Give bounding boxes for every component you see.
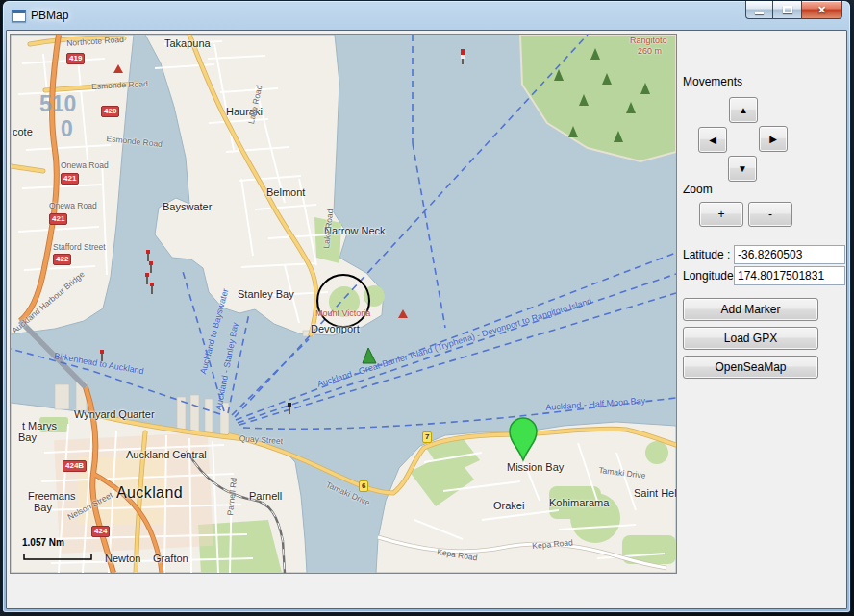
zoom-in-button[interactable]: +	[699, 202, 743, 227]
move-up-button[interactable]: ▲	[729, 97, 758, 123]
longitude-label: Longitude :	[683, 269, 740, 283]
minimize-icon	[755, 12, 764, 14]
add-marker-button[interactable]: Add Marker	[683, 298, 818, 321]
zoom-out-button[interactable]: -	[748, 202, 792, 227]
maximize-button[interactable]	[773, 1, 801, 19]
window-title: PBMap	[31, 9, 68, 22]
map-view[interactable]: TakapunaNorthcote RoadEsmonde RoadEsmond…	[10, 34, 677, 574]
map-canvas	[11, 35, 676, 573]
close-button[interactable]: ✕	[801, 1, 842, 19]
maximize-icon	[783, 6, 792, 13]
app-icon	[12, 10, 26, 22]
close-icon: ✕	[817, 5, 826, 15]
movements-label: Movements	[683, 75, 742, 88]
desktop: PBMap ✕	[0, 0, 854, 616]
move-right-button[interactable]: ▶	[759, 126, 788, 152]
zoom-label: Zoom	[683, 183, 713, 196]
move-left-button[interactable]: ◀	[698, 127, 727, 153]
caption-buttons: ✕	[745, 1, 842, 19]
load-gpx-button[interactable]: Load GPX	[683, 327, 818, 350]
latitude-label: Latitude :	[683, 248, 730, 261]
right-arrow-icon: ▶	[769, 134, 777, 144]
down-arrow-icon: ▼	[738, 163, 747, 174]
titlebar[interactable]: PBMap ✕	[3, 1, 850, 30]
move-down-button[interactable]: ▼	[728, 156, 757, 182]
minimize-button[interactable]	[745, 1, 773, 19]
longitude-input[interactable]	[734, 266, 845, 285]
app-window: PBMap ✕	[3, 1, 850, 612]
up-arrow-icon: ▲	[739, 105, 748, 115]
openseamap-button[interactable]: OpenSeaMap	[683, 356, 818, 379]
left-arrow-icon: ◀	[709, 135, 716, 145]
latitude-input[interactable]	[734, 245, 845, 264]
